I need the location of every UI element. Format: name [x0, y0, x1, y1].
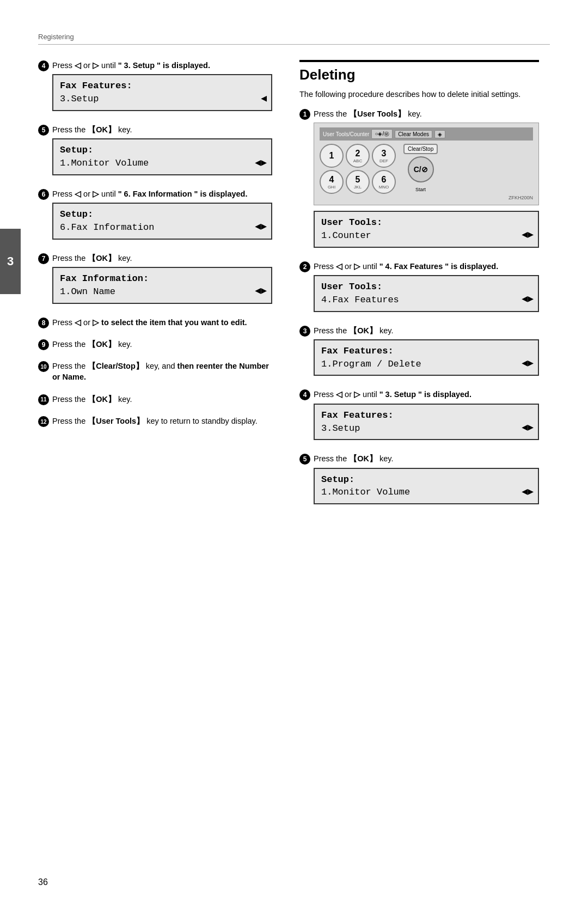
- lcd-arrow: ◀▶: [255, 284, 267, 298]
- breadcrumb: Registering: [38, 33, 550, 45]
- right-step-number-4: 4: [299, 389, 310, 400]
- step-number-12: 12: [38, 416, 49, 427]
- key-4-sub: GHI: [328, 185, 335, 190]
- right-step-5: 5 Press the 【OK】 key. Setup: 1.Monitor V…: [299, 453, 539, 510]
- key-2-num: 2: [356, 149, 360, 158]
- right-step-5-text: Press the 【OK】 key.: [314, 453, 539, 464]
- start-label: Start: [415, 187, 426, 192]
- lcd-line2: 4.Fax Features: [321, 294, 531, 307]
- keyboard-right-section: Clear/Stop C/⊘ Start: [403, 144, 438, 192]
- keyboard-top-bar: User Tools/Counter ○◈/㊙ Clear Modes ◈: [320, 127, 533, 141]
- lcd-line1: Setup:: [60, 208, 265, 221]
- key-3[interactable]: 3 DEF: [372, 144, 396, 168]
- key-6-sub: MNO: [379, 185, 389, 190]
- lcd-line1: Setup:: [60, 144, 265, 157]
- key-6[interactable]: 6 MNO: [372, 170, 396, 194]
- section-tab: 3: [0, 229, 21, 294]
- step-4-content: Press ◁ or ▷ until " 3. Setup " is displ…: [52, 60, 272, 117]
- step-5-content: Press the 【OK】 key. Setup: 1.Monitor Vol…: [52, 124, 272, 181]
- clear-modes-label: Clear Modes: [398, 131, 429, 137]
- step-7-lcd: Fax Information: 1.Own Name ◀▶: [52, 267, 272, 304]
- key-2[interactable]: 2 ABC: [346, 144, 370, 168]
- key-3-num: 3: [382, 149, 387, 158]
- step-8-text: Press ◁ or ▷ to select the item that you…: [52, 317, 272, 328]
- lcd-line1: Fax Features:: [321, 345, 531, 358]
- left-step-4: 4 Press ◁ or ▷ until " 3. Setup " is dis…: [38, 60, 272, 117]
- mode-btn-1[interactable]: ○◈/㊙: [371, 129, 393, 139]
- right-step-number-2: 2: [299, 261, 310, 272]
- right-step-number-1: 1: [299, 109, 310, 120]
- step-4-text: Press ◁ or ▷ until " 3. Setup " is displ…: [52, 60, 272, 71]
- right-column: Deleting The following procedure describ…: [299, 60, 539, 876]
- step-7-text: Press the 【OK】 key.: [52, 253, 272, 264]
- step-number-7: 7: [38, 253, 49, 264]
- key-5-num: 5: [356, 175, 360, 185]
- keyboard-keys-area: 1 2 ABC 3 DEF: [320, 144, 533, 194]
- lcd-line2: 1.Own Name: [60, 285, 265, 298]
- right-step-2-lcd: User Tools: 4.Fax Features ◀▶: [314, 275, 539, 312]
- keyboard-panel: User Tools/Counter ○◈/㊙ Clear Modes ◈: [314, 123, 539, 205]
- lcd-line1: Setup:: [321, 473, 531, 486]
- step-4-lcd: Fax Features: 3.Setup ◀: [52, 74, 272, 111]
- left-step-6: 6 Press ◁ or ▷ until " 6. Fax Informatio…: [38, 188, 272, 245]
- right-step-number-5: 5: [299, 454, 310, 465]
- lcd-line2: 3.Setup: [321, 422, 531, 435]
- lcd-arrow: ◀▶: [522, 421, 534, 435]
- numpad: 1 2 ABC 3 DEF: [320, 144, 396, 194]
- lcd-line2: 1.Program / Delete: [321, 358, 531, 371]
- key-4[interactable]: 4 GHI: [320, 170, 344, 194]
- lcd-arrow: ◀▶: [255, 220, 267, 234]
- lcd-line1: User Tools:: [321, 216, 531, 229]
- clear-modes-btn[interactable]: Clear Modes: [395, 130, 432, 138]
- lcd-arrow: ◀▶: [522, 292, 534, 306]
- clear-stop-label: Clear/Stop: [403, 144, 438, 154]
- right-step-4: 4 Press ◁ or ▷ until " 3. Setup " is dis…: [299, 389, 539, 446]
- key-3-sub: DEF: [379, 158, 388, 163]
- step-8-content: Press ◁ or ▷ to select the item that you…: [52, 317, 272, 331]
- step-5-text: Press the 【OK】 key.: [52, 124, 272, 135]
- step-10-text: Press the 【Clear/Stop】 key, and then ree…: [52, 361, 272, 383]
- key-5[interactable]: 5 JKL: [346, 170, 370, 194]
- step-12-content: Press the 【User Tools】 key to return to …: [52, 416, 272, 430]
- right-step-2: 2 Press ◁ or ▷ until " 4. Fax Features "…: [299, 261, 539, 318]
- step-6-lcd: Setup: 6.Fax Information ◀▶: [52, 203, 272, 240]
- right-step-3-text: Press the 【OK】 key.: [314, 325, 539, 336]
- right-step-3: 3 Press the 【OK】 key. Fax Features: 1.Pr…: [299, 325, 539, 382]
- right-step-1-content: Press the 【User Tools】 key. User Tools/C…: [314, 108, 539, 253]
- step-number-8: 8: [38, 318, 49, 328]
- lcd-line1: Fax Information:: [60, 272, 265, 285]
- mode-icon-1: ○◈/㊙: [375, 130, 389, 138]
- section-title: Deleting: [299, 60, 539, 83]
- c-stop-button[interactable]: C/⊘: [408, 156, 434, 182]
- user-tools-counter-label: User Tools/Counter: [323, 131, 369, 137]
- step-number-6: 6: [38, 189, 49, 200]
- step-12-text: Press the 【User Tools】 key to return to …: [52, 416, 272, 426]
- mode-btn-2[interactable]: ◈: [434, 130, 445, 138]
- step-9-text: Press the 【OK】 key.: [52, 339, 272, 350]
- model-label: ZFKH200N: [320, 195, 533, 200]
- step-number-4: 4: [38, 60, 49, 71]
- left-column: 4 Press ◁ or ▷ until " 3. Setup " is dis…: [38, 60, 272, 876]
- step-7-content: Press the 【OK】 key. Fax Information: 1.O…: [52, 253, 272, 309]
- left-step-11: 11 Press the 【OK】 key.: [38, 394, 272, 408]
- lcd-line2: 1.Monitor Volume: [60, 157, 265, 170]
- right-step-3-content: Press the 【OK】 key. Fax Features: 1.Prog…: [314, 325, 539, 382]
- right-step-4-lcd: Fax Features: 3.Setup ◀▶: [314, 404, 539, 441]
- left-step-9: 9 Press the 【OK】 key.: [38, 339, 272, 353]
- right-step-5-lcd: Setup: 1.Monitor Volume ◀▶: [314, 468, 539, 505]
- step-6-content: Press ◁ or ▷ until " 6. Fax Information …: [52, 188, 272, 245]
- section-desc: The following procedure describes how to…: [299, 89, 539, 101]
- key-1[interactable]: 1: [320, 144, 344, 168]
- step-number-11: 11: [38, 394, 49, 405]
- lcd-arrow: ◀▶: [522, 228, 534, 242]
- right-step-number-3: 3: [299, 326, 310, 337]
- right-step-1: 1 Press the 【User Tools】 key. User Tools…: [299, 108, 539, 253]
- key-6-num: 6: [382, 175, 387, 185]
- right-step-2-content: Press ◁ or ▷ until " 4. Fax Features " i…: [314, 261, 539, 318]
- main-content: 4 Press ◁ or ▷ until " 3. Setup " is dis…: [38, 60, 550, 876]
- key-1-num: 1: [329, 151, 334, 161]
- right-step-4-content: Press ◁ or ▷ until " 3. Setup " is displ…: [314, 389, 539, 446]
- lcd-line1: Fax Features:: [60, 80, 265, 93]
- left-step-12: 12 Press the 【User Tools】 key to return …: [38, 416, 272, 430]
- lcd-line1: Fax Features:: [321, 409, 531, 422]
